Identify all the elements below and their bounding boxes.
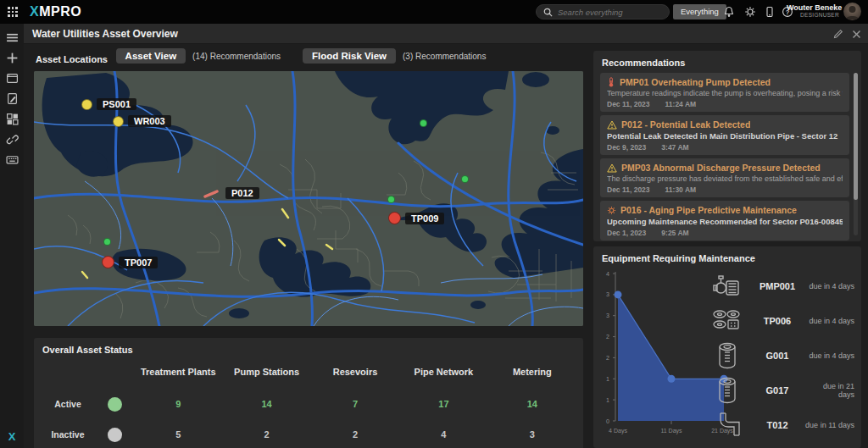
equipment-row[interactable]: T012 due in 11 days [705, 407, 856, 442]
inactive-value: 2 [222, 419, 310, 448]
recommendations-list: PMP01 Overheating Pump Detected Temperat… [600, 73, 849, 244]
widgets-blocks-icon[interactable] [6, 113, 19, 125]
page-title: Water Utilities Asset Overview [32, 28, 178, 40]
marker-label: P012 [225, 187, 259, 199]
svg-text:0: 0 [606, 418, 609, 424]
recommendations-scrollbar[interactable] [854, 73, 858, 235]
pump-icon [712, 274, 743, 299]
recommendation-date: Dec 1, 2023 [607, 229, 646, 237]
row-label-inactive: Inactive [41, 419, 95, 448]
map-marker-wr003[interactable]: WR003 [113, 115, 171, 127]
user-menu[interactable]: Wouter Beneke DESIGNUSER [787, 3, 839, 18]
inactive-value: 3 [488, 419, 576, 448]
recommendation-card[interactable]: PMP01 Overheating Pump Detected Temperat… [600, 73, 849, 112]
asset-map[interactable]: PS001 WR003 P012 TP009 TP007 [34, 71, 583, 326]
recommendation-title: PMP01 Overheating Pump Detected [620, 77, 771, 87]
svg-text:11 Days: 11 Days [660, 428, 682, 434]
col-pump-stations: Pump Stations [222, 362, 310, 389]
recommendation-card[interactable]: P016 - Aging Pipe Predictive Maintenance… [600, 201, 849, 241]
keyboard-icon[interactable] [6, 153, 19, 166]
scrollbar-thumb[interactable] [854, 73, 858, 200]
warning-icon [607, 163, 617, 173]
recommendation-title: P016 - Aging Pipe Predictive Maintenance [620, 205, 797, 215]
map-marker-tp007[interactable]: TP007 [102, 256, 158, 268]
map-marker-tp009[interactable]: TP009 [388, 212, 444, 224]
close-icon[interactable] [852, 30, 861, 39]
recommendation-date: Dec 9, 2023 [607, 143, 646, 152]
top-bar: XMPRO Everything ? W [0, 0, 868, 24]
svg-text:1: 1 [606, 397, 609, 403]
marker-dot [81, 99, 92, 110]
map-marker-p012[interactable]: P012 [221, 187, 259, 199]
row-label-active: Active [41, 389, 95, 419]
inactive-status-dot [108, 428, 122, 442]
recommendation-card[interactable]: PMP03 Abnormal Discharge Pressure Detect… [600, 158, 849, 197]
recommendation-time: 11:30 AM [665, 185, 697, 194]
recommendations-panel: Recommendations PMP01 Overheating Pump D… [593, 51, 861, 241]
map-marker-ps001[interactable]: PS001 [81, 98, 136, 110]
asset-status-title: Overall Asset Status [42, 345, 133, 355]
user-name: Wouter Beneke [787, 3, 839, 12]
recommendation-date: Dec 11, 2023 [607, 100, 650, 108]
svg-text:4 Days: 4 Days [609, 428, 627, 434]
equipment-maintenance-panel: Equipment Requiring Maintenance 4 3 3 2 … [593, 246, 861, 448]
marker-label: TP009 [405, 213, 444, 224]
status-ok-dot[interactable] [461, 175, 469, 183]
view-tabs: Asset View (14) Recommendations Flood Ri… [34, 48, 583, 64]
active-value: 17 [399, 389, 487, 419]
recommendation-desc: Temperature readings indicate the pump i… [607, 89, 843, 97]
asset-status-table: Treatment Plants Pump Stations Resevoirs… [41, 362, 576, 448]
tab-asset-view[interactable]: Asset View [116, 48, 186, 64]
equipment-due: due in 4 days [805, 282, 856, 290]
active-value: 9 [134, 389, 222, 419]
recommendation-card[interactable]: P012 - Potential Leak Detected Potential… [600, 115, 849, 155]
status-ok-dot[interactable] [103, 238, 111, 246]
search-input[interactable] [558, 8, 659, 17]
warning-icon [607, 120, 617, 130]
app-launcher-icon[interactable] [8, 7, 18, 17]
equipment-due: due in 4 days [805, 351, 856, 360]
tank-icon [716, 376, 738, 405]
aerator-icon [711, 308, 743, 334]
maintenance-icon [607, 206, 616, 215]
status-ok-dot[interactable] [420, 119, 427, 127]
status-ok-dot[interactable] [387, 196, 395, 203]
active-value: 7 [311, 389, 399, 419]
dashboard-window-icon[interactable] [6, 72, 19, 85]
avatar-silhouette-icon [843, 3, 861, 20]
equipment-name: T012 [749, 420, 805, 430]
recommendation-desc: The discharge pressure has deviated from… [607, 174, 843, 183]
xmpro-logo[interactable]: XMPRO [30, 4, 81, 19]
recommendation-desc: Upcoming Maintenance Recommended for Sec… [607, 217, 843, 226]
left-sidebar: X [0, 24, 24, 448]
marker-dot [102, 256, 114, 268]
equipment-row[interactable]: TP006 due in 4 days [705, 303, 856, 338]
pipe-icon [714, 412, 741, 439]
inactive-value: 4 [399, 419, 487, 448]
tab-asset-view-badge: (14) Recommendations [192, 52, 281, 61]
mobile-device-icon[interactable] [764, 6, 776, 18]
recommendation-date: Dec 11, 2023 [607, 185, 650, 194]
global-search[interactable] [536, 4, 670, 19]
marker-label: TP007 [119, 257, 158, 268]
search-scope-button[interactable]: Everything [673, 4, 726, 19]
xmpro-mark-icon[interactable]: X [0, 430, 24, 443]
equipment-row[interactable]: PMP001 due in 4 days [705, 268, 856, 303]
add-icon[interactable] [6, 52, 19, 64]
recommendation-time: 11:24 AM [665, 100, 697, 108]
marker-label: PS001 [97, 98, 136, 110]
menu-hamburger-icon[interactable] [6, 31, 19, 44]
edit-pencil-icon[interactable] [833, 29, 843, 39]
link-icon[interactable] [6, 133, 19, 146]
tab-flood-risk-view[interactable]: Flood Risk View [303, 48, 396, 64]
inactive-value: 2 [311, 419, 399, 448]
document-edit-icon[interactable] [6, 92, 19, 105]
svg-text:3: 3 [606, 312, 609, 318]
page-header: Water Utilities Asset Overview [24, 24, 868, 44]
settings-gear-icon[interactable] [744, 6, 756, 18]
avatar[interactable] [843, 3, 861, 20]
equipment-row[interactable]: G017 due in 21 days [705, 373, 856, 407]
equipment-row[interactable]: G001 due in 4 days [705, 338, 856, 373]
xmpro-dashboard: XMPRO Everything ? W [0, 0, 868, 448]
notifications-bell-icon[interactable] [723, 6, 735, 18]
